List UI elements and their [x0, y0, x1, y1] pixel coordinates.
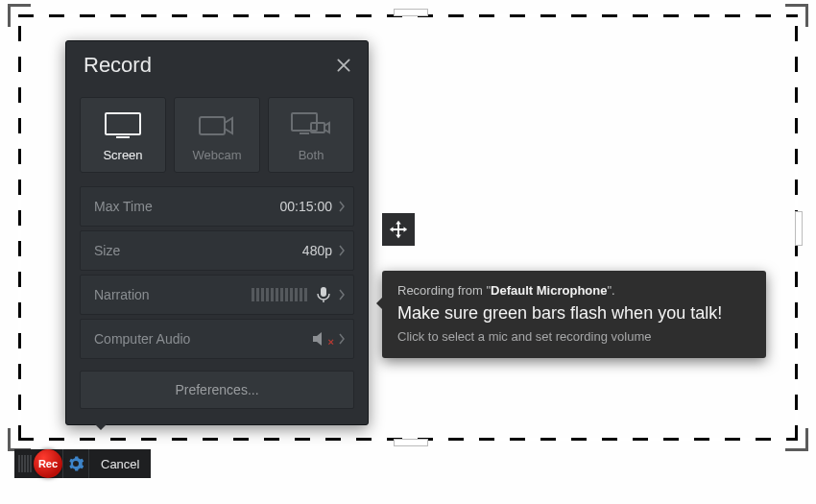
row-value: 480p — [302, 243, 332, 258]
row-value: 00:15:00 — [280, 199, 333, 214]
close-icon — [335, 57, 352, 74]
resize-corner-bottom-right[interactable] — [785, 428, 808, 451]
svg-rect-0 — [106, 113, 140, 134]
recorder-toolbar: Rec Cancel — [14, 449, 151, 478]
monitor-camera-icon — [290, 111, 332, 140]
panel-title: Record — [84, 53, 152, 78]
settings-button[interactable] — [62, 449, 89, 478]
resize-edge-bottom[interactable] — [394, 439, 428, 446]
preferences-button[interactable]: Preferences... — [80, 371, 354, 409]
tooltip-sub: Click to select a mic and set recording … — [397, 328, 751, 346]
svg-rect-4 — [300, 132, 309, 134]
chevron-right-icon — [338, 288, 346, 301]
microphone-icon — [315, 286, 332, 303]
row-narration[interactable]: Narration — [80, 275, 354, 315]
tile-label: Screen — [103, 148, 142, 162]
tile-label: Both — [299, 148, 324, 162]
row-label: Computer Audio — [94, 331, 311, 347]
row-max-time[interactable]: Max Time 00:15:00 — [80, 186, 354, 227]
tooltip-line1: Recording from "Default Microphone". — [397, 282, 751, 300]
resize-edge-top[interactable] — [394, 9, 428, 16]
move-icon — [388, 219, 409, 240]
record-label: Rec — [38, 458, 58, 469]
resize-corner-top-right[interactable] — [785, 4, 808, 27]
preferences-label: Preferences... — [175, 382, 258, 397]
toolbar-vu-meter — [14, 455, 36, 472]
camera-icon — [198, 111, 236, 140]
monitor-icon — [103, 111, 143, 140]
vu-meter — [252, 288, 307, 301]
chevron-right-icon — [338, 200, 346, 213]
svg-rect-2 — [200, 117, 225, 134]
row-label: Max Time — [94, 199, 280, 214]
svg-rect-1 — [116, 136, 130, 138]
chevron-right-icon — [338, 332, 346, 346]
row-label: Size — [94, 243, 302, 258]
speaker-muted-icon: × — [311, 330, 332, 348]
source-tile-webcam[interactable]: Webcam — [174, 97, 260, 173]
tooltip-headline: Make sure green bars flash when you talk… — [397, 301, 751, 324]
cancel-label: Cancel — [101, 457, 139, 471]
narration-tooltip: Recording from "Default Microphone". Mak… — [382, 271, 766, 358]
chevron-right-icon — [338, 244, 346, 257]
resize-corner-top-left[interactable] — [8, 4, 31, 27]
source-tiles: Screen Webcam Both — [66, 87, 368, 186]
source-tile-screen[interactable]: Screen — [80, 97, 166, 173]
source-tile-both[interactable]: Both — [268, 97, 354, 173]
row-size[interactable]: Size 480p — [80, 230, 354, 271]
row-label: Narration — [94, 287, 252, 302]
tile-label: Webcam — [192, 148, 241, 162]
close-button[interactable] — [335, 57, 352, 74]
move-handle[interactable] — [382, 213, 415, 246]
record-panel: Record Screen Webcam Both Max Time — [65, 40, 369, 425]
resize-edge-right[interactable] — [795, 211, 803, 246]
tooltip-device: Default Microphone — [491, 283, 607, 298]
gear-icon — [67, 455, 84, 472]
cancel-button[interactable]: Cancel — [89, 449, 151, 478]
record-button[interactable]: Rec — [34, 449, 62, 478]
row-computer-audio[interactable]: Computer Audio × — [80, 319, 354, 359]
resize-corner-bottom-left[interactable] — [8, 428, 31, 451]
svg-rect-6 — [321, 287, 326, 297]
